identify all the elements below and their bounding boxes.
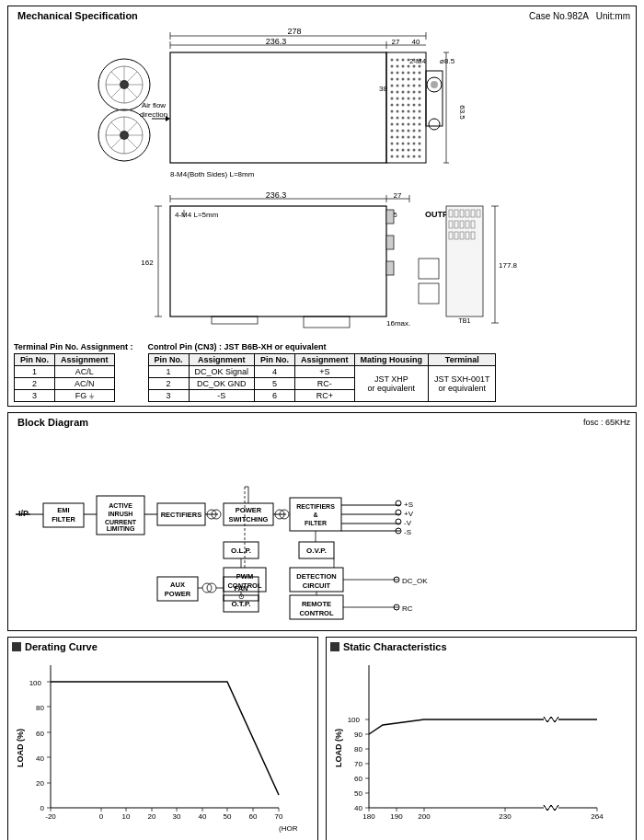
svg-point-100 — [413, 130, 416, 132]
svg-point-76 — [413, 104, 416, 107]
svg-rect-29 — [386, 52, 426, 163]
svg-point-106 — [413, 136, 416, 139]
svg-rect-152 — [446, 206, 483, 316]
block-diagram-svg: I/P EMI FILTER ACTIVE INRUSH CURRENT LIM… — [14, 432, 630, 625]
table-row: 2AC/N — [15, 378, 115, 390]
col-assignment: Assignment — [55, 354, 115, 366]
svg-text:CURRENT: CURRENT — [105, 519, 137, 525]
svg-point-58 — [413, 85, 416, 87]
mechanical-section: Mechanical Specification Case No.982A Un… — [7, 6, 637, 407]
svg-text:INRUSH: INRUSH — [109, 511, 133, 517]
svg-point-89 — [419, 117, 421, 120]
svg-text:-S: -S — [404, 528, 411, 536]
svg-rect-181 — [304, 316, 350, 328]
static-title: Static Characteristics — [343, 641, 447, 652]
table-row: 1AC/L — [15, 366, 115, 378]
side-view-drawing: 236.3 27 4-M4 L=5mm 7.5 OUTPUT — [28, 190, 616, 337]
svg-point-31 — [397, 59, 399, 62]
svg-point-70 — [413, 98, 416, 100]
svg-text:50: 50 — [354, 789, 362, 798]
svg-text:60: 60 — [249, 812, 258, 821]
svg-text:162: 162 — [141, 259, 154, 267]
charts-row: Derating Curve 0 20 40 60 80 — [7, 637, 637, 840]
svg-text:+V: +V — [404, 510, 414, 518]
svg-point-102 — [391, 136, 394, 139]
svg-point-114 — [391, 149, 394, 152]
mech-title-text: Mechanical Specification — [17, 10, 138, 21]
svg-point-32 — [402, 59, 405, 62]
svg-text:16max.: 16max. — [386, 319, 410, 328]
svg-point-113 — [419, 143, 421, 145]
svg-text:30: 30 — [173, 812, 181, 821]
svg-point-84 — [391, 117, 394, 120]
svg-text:CONTROL: CONTROL — [299, 609, 333, 617]
svg-text:direction: direction — [140, 110, 167, 119]
svg-text:264: 264 — [591, 812, 604, 821]
svg-point-119 — [419, 149, 421, 152]
top-view-drawing: 278 236.3 27 40 — [28, 25, 616, 186]
control-pin-section: Control Pin (CN3) : JST B6B-XH or equiva… — [148, 342, 497, 402]
svg-text:20: 20 — [36, 779, 44, 788]
svg-text:0: 0 — [99, 812, 104, 821]
svg-text:O.V.P.: O.V.P. — [306, 547, 327, 555]
svg-point-56 — [402, 85, 405, 87]
svg-point-48 — [391, 78, 394, 81]
svg-point-55 — [397, 85, 399, 87]
svg-point-103 — [397, 136, 399, 139]
svg-point-122 — [402, 155, 405, 158]
svg-text:10: 10 — [122, 812, 131, 821]
svg-rect-151 — [386, 261, 394, 275]
svg-point-121 — [397, 155, 399, 158]
svg-point-108 — [391, 143, 394, 145]
svg-point-111 — [408, 143, 410, 145]
svg-point-64 — [413, 91, 416, 94]
svg-text:177.8: 177.8 — [499, 261, 518, 270]
svg-rect-150 — [386, 236, 394, 249]
svg-text:AUX: AUX — [170, 581, 185, 589]
svg-text:DETECTION: DETECTION — [296, 572, 336, 581]
svg-point-57 — [408, 85, 410, 87]
svg-point-99 — [408, 130, 410, 132]
terminal-table: Pin No. Assignment 1AC/L 2AC/N 3FG ⏚ — [14, 353, 115, 402]
svg-text:POWER: POWER — [165, 590, 191, 598]
svg-point-90 — [391, 123, 394, 126]
svg-text:180: 180 — [362, 812, 375, 821]
svg-text:230: 230 — [499, 812, 512, 821]
svg-text:&: & — [313, 512, 317, 518]
svg-text:LOAD (%): LOAD (%) — [16, 729, 25, 767]
svg-point-61 — [397, 91, 399, 94]
svg-point-81 — [408, 110, 410, 113]
svg-text:CIRCUIT: CIRCUIT — [303, 581, 331, 590]
svg-rect-126 — [426, 71, 443, 126]
svg-text:90: 90 — [354, 731, 362, 739]
screw-note: 8-M4(Both Sides) L=8mm — [170, 170, 255, 178]
svg-point-60 — [391, 91, 394, 94]
svg-point-83 — [419, 110, 421, 113]
svg-point-47 — [419, 72, 421, 75]
svg-point-74 — [402, 104, 405, 107]
svg-point-42 — [391, 72, 394, 75]
svg-point-86 — [402, 117, 405, 120]
svg-text:RECTIFIERS: RECTIFIERS — [296, 503, 335, 510]
svg-point-105 — [408, 136, 410, 139]
mech-header: Mechanical Specification Case No.982A Un… — [14, 10, 630, 21]
svg-point-118 — [413, 149, 416, 152]
terminal-label: Terminal Pin No. Assignment : — [14, 342, 133, 351]
svg-point-66 — [391, 98, 394, 100]
svg-text:DC_OK: DC_OK — [402, 577, 428, 585]
mech-case: Case No.982A Unit:mm — [529, 11, 630, 21]
svg-point-80 — [402, 110, 405, 113]
svg-point-50 — [402, 78, 405, 81]
svg-text:40: 40 — [354, 804, 362, 812]
vent-holes — [386, 52, 426, 163]
svg-point-88 — [413, 117, 416, 120]
svg-text:SWITCHING: SWITCHING — [229, 515, 269, 524]
svg-text:RECTIFIERS: RECTIFIERS — [161, 511, 202, 519]
svg-text:80: 80 — [354, 745, 362, 754]
svg-point-52 — [413, 78, 416, 81]
svg-rect-182 — [212, 316, 258, 324]
page: Mechanical Specification Case No.982A Un… — [0, 0, 644, 840]
svg-rect-10 — [170, 52, 386, 163]
svg-point-59 — [419, 85, 421, 87]
svg-rect-149 — [386, 210, 394, 224]
